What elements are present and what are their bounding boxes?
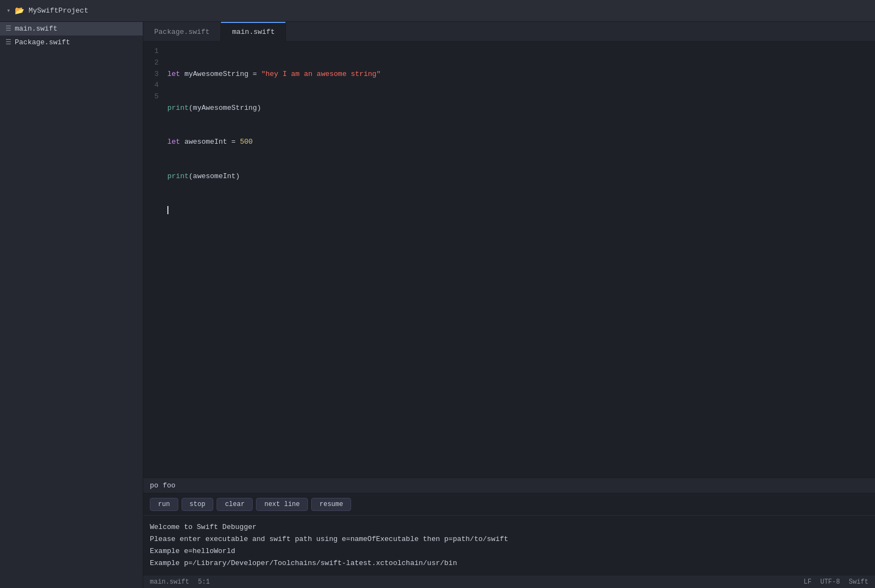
debug-input-value: po foo xyxy=(150,481,176,490)
line-num-4: 4 xyxy=(150,80,159,91)
stop-button[interactable]: stop xyxy=(182,498,214,511)
line-num-2: 2 xyxy=(150,57,159,69)
file-icon-2: ☰ xyxy=(5,38,11,46)
code-line-5 xyxy=(167,205,871,216)
status-line-ending: LF xyxy=(804,578,812,586)
code-line-2: print(myAwesomeString) xyxy=(167,103,871,114)
status-encoding: UTF-8 xyxy=(820,578,840,586)
debug-output-line-1: Welcome to Swift Debugger xyxy=(150,521,868,533)
tab-label-package-swift: Package.swift xyxy=(154,28,209,36)
debug-buttons: run stop clear next line resume xyxy=(143,493,875,516)
line-num-3: 3 xyxy=(150,69,159,80)
tab-main-swift[interactable]: main.swift xyxy=(221,22,286,42)
debug-output-line-2: Please enter executable and swift path u… xyxy=(150,533,868,545)
debug-output-line-3: Example e=helloWorld xyxy=(150,545,868,557)
line-num-1: 1 xyxy=(150,46,159,57)
tab-package-swift[interactable]: Package.swift xyxy=(143,22,221,42)
status-language: Swift xyxy=(849,578,868,586)
main-layout: ☰ main.swift ☰ Package.swift Package.swi… xyxy=(0,22,875,588)
text-cursor xyxy=(167,206,168,214)
debug-input-bar: po foo xyxy=(143,478,875,493)
sidebar-item-main-swift[interactable]: ☰ main.swift xyxy=(0,22,143,36)
debug-output: Welcome to Swift Debugger Please enter e… xyxy=(143,516,875,575)
tabs-bar: Package.swift main.swift xyxy=(143,22,875,42)
debug-panel: po foo run stop clear next line resume W… xyxy=(143,478,875,575)
sidebar-item-package-swift[interactable]: ☰ Package.swift xyxy=(0,36,143,49)
status-bar: main.swift 5:1 LF UTF-8 Swift xyxy=(143,575,875,588)
code-line-1: let myAwesomeString = "hey I am an aweso… xyxy=(167,69,871,80)
resume-button[interactable]: resume xyxy=(311,498,351,511)
debug-output-line-4: Example p=/Library/Developer/Toolchains/… xyxy=(150,557,868,569)
status-left: main.swift 5:1 xyxy=(150,578,210,586)
code-content[interactable]: let myAwesomeString = "hey I am an aweso… xyxy=(165,42,875,478)
status-right: LF UTF-8 Swift xyxy=(804,578,868,586)
title-bar: ▾ 📂 MySwiftProject xyxy=(0,0,875,22)
sidebar-label-main-swift: main.swift xyxy=(15,25,57,33)
chevron-icon: ▾ xyxy=(7,7,10,15)
status-filename: main.swift xyxy=(150,578,189,586)
clear-button[interactable]: clear xyxy=(217,498,253,511)
status-position: 5:1 xyxy=(198,578,210,586)
file-icon: ☰ xyxy=(5,25,11,33)
code-line-4: print(awesomeInt) xyxy=(167,171,871,183)
folder-icon: 📂 xyxy=(15,6,24,15)
sidebar: ☰ main.swift ☰ Package.swift xyxy=(0,22,143,588)
run-button[interactable]: run xyxy=(150,498,178,511)
code-editor[interactable]: 1 2 3 4 5 let myAwesomeString = "hey I a… xyxy=(143,42,875,478)
editor-area: Package.swift main.swift 1 2 3 4 5 let m… xyxy=(143,22,875,588)
sidebar-label-package-swift: Package.swift xyxy=(15,38,70,46)
line-num-5: 5 xyxy=(150,91,159,103)
line-numbers: 1 2 3 4 5 xyxy=(143,42,165,478)
tab-label-main-swift: main.swift xyxy=(232,28,275,36)
next-line-button[interactable]: next line xyxy=(256,498,308,511)
code-line-3: let awesomeInt = 500 xyxy=(167,137,871,148)
project-name: MySwiftProject xyxy=(28,7,88,15)
